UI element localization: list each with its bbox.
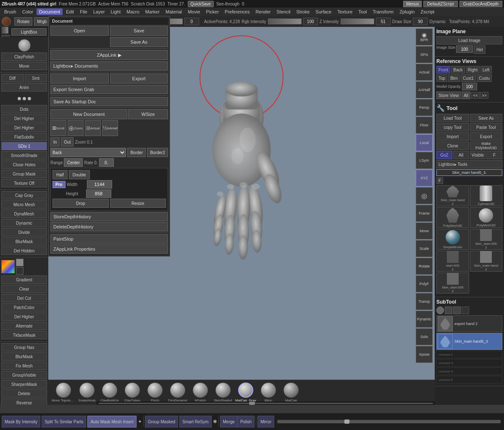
dyna-mesh-btn[interactable]: DynaMesh	[1, 210, 47, 218]
subtool-item-export-hand[interactable]: export hand 2	[436, 315, 502, 332]
subtool-item-skin-main[interactable]: Skin_main hand5_3	[436, 333, 502, 350]
split-similar-button[interactable]: Split To Similar Parts	[42, 416, 86, 427]
double-button[interactable]: Double	[69, 170, 90, 179]
menu-texture[interactable]: Texture	[335, 8, 355, 15]
resize-button[interactable]: Resize	[110, 199, 166, 208]
tool-thumb-skin-main-hand2[interactable]: Skin_main hand 2	[470, 251, 503, 272]
width-input[interactable]	[87, 180, 112, 189]
load-image-button[interactable]: Load Image	[436, 36, 502, 45]
rgb-intensity-slider[interactable]	[268, 18, 302, 24]
group-visible-btn[interactable]: GroupVisible	[1, 371, 47, 379]
persp-button[interactable]: Persp	[416, 99, 433, 116]
mask-by-intensity-button[interactable]: Mask By Intensity	[2, 416, 40, 427]
brush-snakehook[interactable]: SnakeHook	[76, 383, 97, 402]
brush-matcap[interactable]: MatCap	[281, 383, 302, 402]
menu-macro[interactable]: Macro	[124, 8, 142, 15]
sdiv-btn[interactable]: SDiv 1	[1, 142, 47, 150]
all-tool-button[interactable]: All	[453, 151, 469, 159]
mirror-slider[interactable]	[277, 420, 501, 423]
all-view-button[interactable]: All	[462, 92, 470, 99]
blur-mask2-btn[interactable]: BlurMask	[1, 352, 47, 361]
visible-tool-button[interactable]: Visible	[470, 151, 486, 159]
mirror-button[interactable]: Mirror	[257, 416, 274, 427]
alternate-btn[interactable]: Alternate	[1, 322, 47, 330]
close-holes-btn[interactable]: Close Holes	[1, 160, 47, 169]
model-opacity-input[interactable]	[462, 83, 477, 90]
bottom-scroll[interactable]	[97, 401, 435, 405]
subtool-toggle[interactable]	[436, 307, 444, 314]
menu-tool[interactable]: Tool	[356, 8, 369, 15]
menu-zplugin[interactable]: Zplugin	[397, 8, 417, 15]
actual-button[interactable]: Actual	[416, 64, 433, 81]
tool-thumb-polymesh[interactable]: PolyMesh3D	[470, 207, 503, 228]
f-tool2-button[interactable]: F	[436, 177, 443, 184]
export-screen-grab-button[interactable]: Export Screen Grab	[50, 85, 168, 94]
brush-blinn[interactable]: Blinn	[258, 383, 279, 402]
menu-preferences[interactable]: Preferences	[222, 8, 252, 15]
left-ref-button[interactable]: Left	[480, 66, 492, 73]
menu-material[interactable]: Material	[163, 8, 184, 15]
help-button[interactable]: Hel	[474, 45, 486, 54]
menu-stencil[interactable]: Stencil	[274, 8, 293, 15]
group-mask-btn[interactable]: Group Mask	[1, 170, 47, 178]
zoom-out-button[interactable]: Out	[61, 137, 74, 147]
aahalf-button[interactable]: AAHalf	[416, 81, 433, 98]
load-tool-button[interactable]: Load Tool	[436, 114, 469, 122]
flat-subdiv-btn[interactable]: FlatSubdiv	[1, 133, 47, 141]
merge-button[interactable]: Merge	[220, 416, 237, 427]
quick-save-button[interactable]: QuickSave	[188, 1, 214, 7]
zapplink-button[interactable]: ZAppLink ▶	[50, 50, 168, 60]
dynamic-btn[interactable]: Dynamic	[1, 219, 47, 227]
new-document-button[interactable]: New Document	[50, 109, 127, 119]
back-ref-button[interactable]: Back	[451, 66, 465, 73]
import-doc-button[interactable]: Import	[50, 73, 109, 84]
tool-thumb-cylinder[interactable]: Cylinder3D	[470, 185, 503, 206]
clone-button[interactable]: Clone	[436, 142, 469, 150]
del-higher-btn[interactable]: Del Higher	[1, 114, 47, 123]
zoom-in-button[interactable]: In	[50, 137, 60, 147]
lightbox-documents-button[interactable]: Lightbox▸ Documents	[50, 61, 168, 71]
smt-btn[interactable]: Smt	[25, 74, 47, 82]
z-intensity-input[interactable]	[376, 18, 391, 25]
default-zscript-button[interactable]: DefaultZScript	[423, 1, 457, 7]
pynamic-button[interactable]: Pynamic	[416, 311, 433, 328]
frame-button[interactable]: Frame	[416, 205, 433, 222]
local-button[interactable]: Local	[416, 134, 433, 151]
lightbox-tools-button[interactable]: Lightbox▸ Tools	[436, 160, 502, 168]
half-button[interactable]: Half	[52, 170, 68, 179]
tool-thumb-skin-hand[interactable]: Skin_main hand 2	[436, 185, 469, 206]
goz-button[interactable]: GoZ	[436, 151, 452, 159]
menu-surface[interactable]: Surface	[313, 8, 334, 15]
menu-transform[interactable]: Transform	[370, 8, 396, 15]
blur-mask-btn[interactable]: BlurMask	[1, 237, 47, 246]
arrow-right-button[interactable]: >>	[480, 92, 488, 99]
zoom-icon-btn[interactable]: ⊕ Zoom	[68, 120, 84, 136]
lightbox-button[interactable]: LightBox	[11, 28, 47, 36]
export-doc-button[interactable]: Export	[110, 73, 168, 84]
delete-btn[interactable]: Delete	[1, 389, 47, 398]
aahalf-icon-btn[interactable]: ½ AAHalf	[102, 120, 118, 136]
brush-matcap-gray[interactable]: MatCap_Gray	[235, 383, 256, 402]
gradient-btn[interactable]: Gradient	[1, 275, 47, 284]
store-view-button[interactable]: Store View	[436, 92, 461, 99]
brush-pinch[interactable]: Pinch	[144, 383, 165, 402]
group-nas-btn[interactable]: Group Nas	[1, 343, 47, 351]
menu-color[interactable]: Color	[20, 8, 36, 15]
f-tool-button[interactable]: F	[486, 151, 502, 159]
border2-button[interactable]: Border2	[147, 148, 168, 157]
wsize-button[interactable]: WSize	[128, 109, 168, 119]
tool-thumb-start003[interactable]: start-003 2	[436, 251, 469, 272]
border-select[interactable]: Back	[50, 148, 126, 157]
mirror-slider-thumb[interactable]	[344, 420, 349, 424]
cust2-ref-button[interactable]: Custu	[477, 74, 492, 82]
open-button[interactable]: Open	[50, 26, 109, 36]
save-as-button[interactable]: Save As	[110, 37, 168, 47]
move-button[interactable]: Move	[416, 223, 433, 239]
right-ref-button[interactable]: Right	[466, 66, 480, 73]
make-polymesh-button[interactable]: Make PolyMesh3D	[470, 142, 503, 150]
menu-layer[interactable]: Layer	[91, 8, 108, 15]
zapplink-props-button[interactable]: ZAppLink Properties	[50, 244, 168, 254]
xyz-button[interactable]: XYZ	[416, 170, 433, 186]
divide-btn[interactable]: Divide	[1, 228, 47, 236]
clay-polish-btn[interactable]: ClayPolish	[1, 52, 47, 61]
